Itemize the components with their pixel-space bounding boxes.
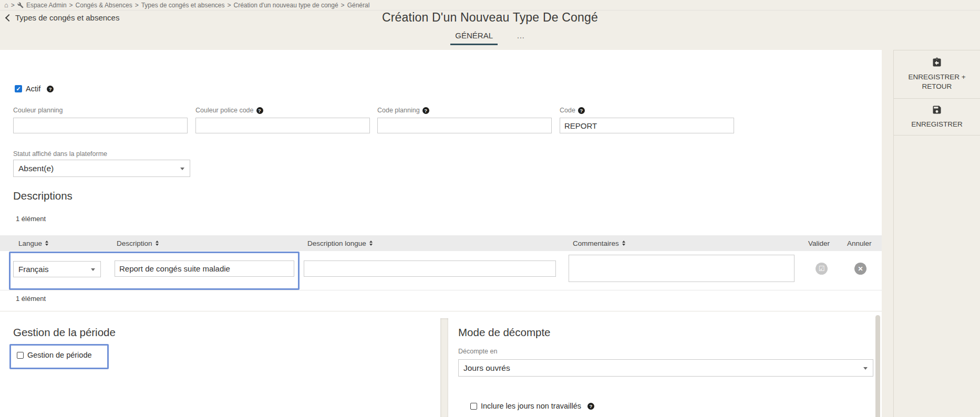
statut-label-text: Statut affiché dans la plateforme bbox=[13, 150, 107, 158]
gestion-periode-label: Gestion de période bbox=[27, 351, 92, 359]
decompte-en-label-text: Décompte en bbox=[458, 348, 497, 355]
descriptions-count-bottom: 1 élément bbox=[16, 295, 46, 303]
table-bottom-border bbox=[0, 290, 882, 290]
code-planning-label: Code planning bbox=[377, 107, 429, 114]
chevron-down-icon bbox=[863, 367, 868, 370]
couleur-planning-input[interactable] bbox=[13, 118, 188, 133]
breadcrumb-item-espace-admin[interactable]: Espace Admin bbox=[26, 2, 67, 9]
column-header-description[interactable]: Description bbox=[117, 235, 159, 251]
save-return-button[interactable]: ENREGISTRER + RETOUR bbox=[894, 50, 980, 99]
save-return-button-label: ENREGISTRER + RETOUR bbox=[894, 72, 980, 91]
couleur-police-code-help-icon[interactable] bbox=[256, 107, 263, 114]
save-button-label: ENREGISTRER bbox=[908, 120, 966, 129]
decompte-en-label: Décompte en bbox=[458, 348, 497, 355]
decompte-en-select-value: Jours ouvrés bbox=[463, 363, 510, 373]
statut-label: Statut affiché dans la plateforme bbox=[13, 150, 107, 158]
description-input-value: Report de congés suite maladie bbox=[119, 264, 230, 273]
breadcrumb: > Espace Admin > Congés & Absences > Typ… bbox=[0, 0, 980, 11]
chevron-down-icon bbox=[91, 268, 95, 271]
code-planning-label-text: Code planning bbox=[377, 107, 420, 114]
couleur-police-code-label: Couleur police code bbox=[195, 107, 263, 114]
column-header-valider-text: Valider bbox=[808, 239, 830, 247]
code-label: Code bbox=[560, 107, 585, 114]
periode-section-title: Gestion de la période bbox=[13, 326, 116, 339]
column-header-valider: Valider bbox=[808, 235, 830, 251]
breadcrumb-item-general[interactable]: Général bbox=[347, 2, 370, 9]
breadcrumb-item-types-conges[interactable]: Types de congés et absences bbox=[141, 2, 225, 9]
tab-general[interactable]: GÉNÉRAL bbox=[450, 29, 498, 45]
column-header-commentaires-text: Commentaires bbox=[573, 239, 619, 247]
save-button[interactable]: ENREGISTRER bbox=[894, 99, 980, 135]
breadcrumb-item-creation[interactable]: Création d'un nouveau type de congé bbox=[234, 2, 338, 9]
chevron-down-icon bbox=[180, 168, 184, 170]
column-header-langue[interactable]: Langue bbox=[18, 235, 48, 251]
breadcrumb-separator: > bbox=[227, 2, 231, 9]
save-icon bbox=[932, 105, 942, 115]
panel-gap-divider bbox=[440, 318, 448, 417]
code-input[interactable]: REPORT bbox=[560, 118, 734, 133]
breadcrumb-item-conges-absences[interactable]: Congés & Absences bbox=[76, 2, 132, 9]
breadcrumb-separator: > bbox=[11, 2, 15, 9]
decompte-section-title: Mode de décompte bbox=[458, 326, 551, 339]
column-header-commentaires[interactable]: Commentaires bbox=[573, 235, 625, 251]
breadcrumb-separator: > bbox=[69, 2, 73, 9]
inclure-jours-checkbox-row: Inclure les jours non travaillés bbox=[470, 402, 594, 410]
sort-icon bbox=[156, 241, 159, 246]
sort-icon bbox=[45, 241, 48, 246]
tab-more[interactable]: ... bbox=[512, 29, 530, 45]
main-content: Actif Couleur planning Couleur police co… bbox=[0, 50, 882, 417]
descriptions-table-header: Langue Description Description longue Co… bbox=[0, 235, 882, 251]
breadcrumb-separator: > bbox=[341, 2, 345, 9]
code-planning-input[interactable] bbox=[377, 118, 552, 133]
inclure-jours-label: Inclure les jours non travaillés bbox=[481, 402, 581, 410]
column-header-annuler: Annuler bbox=[847, 235, 872, 251]
page-title: Création D'un Nouveau Type De Congé bbox=[0, 11, 980, 25]
statut-select-value: Absent(e) bbox=[18, 164, 54, 173]
column-header-annuler-text: Annuler bbox=[847, 239, 872, 247]
column-header-langue-text: Langue bbox=[18, 239, 42, 247]
section-divider bbox=[0, 311, 882, 311]
actif-checkbox-row: Actif bbox=[15, 85, 54, 93]
code-help-icon[interactable] bbox=[578, 107, 585, 114]
wrench-icon bbox=[17, 2, 24, 8]
couleur-planning-label-text: Couleur planning bbox=[13, 107, 63, 114]
description-input[interactable]: Report de congés suite maladie bbox=[115, 260, 294, 277]
column-header-description-text: Description bbox=[117, 239, 152, 247]
descriptions-title: Descriptions bbox=[13, 190, 73, 202]
langue-select-value: Français bbox=[18, 265, 49, 274]
actif-label: Actif bbox=[26, 85, 40, 93]
validate-icon[interactable] bbox=[816, 263, 828, 275]
code-value: REPORT bbox=[564, 121, 597, 130]
inclure-jours-help-icon[interactable] bbox=[587, 403, 594, 410]
tab-bar: GÉNÉRAL ... bbox=[0, 29, 980, 45]
langue-select[interactable]: Français bbox=[13, 261, 101, 277]
breadcrumb-separator: > bbox=[135, 2, 139, 9]
gestion-periode-checkbox[interactable] bbox=[17, 352, 24, 359]
scrollbar-thumb[interactable] bbox=[875, 315, 880, 417]
descriptions-count-top: 1 élément bbox=[16, 215, 46, 223]
column-header-description-longue[interactable]: Description longue bbox=[307, 235, 373, 251]
decompte-en-select[interactable]: Jours ouvrés bbox=[458, 359, 873, 377]
column-header-description-longue-text: Description longue bbox=[307, 239, 366, 247]
cancel-icon[interactable] bbox=[854, 263, 866, 275]
sort-icon bbox=[369, 241, 373, 246]
commentaires-textarea[interactable] bbox=[569, 255, 795, 282]
actif-checkbox[interactable] bbox=[15, 85, 22, 92]
inclure-jours-checkbox[interactable] bbox=[470, 403, 477, 410]
statut-select[interactable]: Absent(e) bbox=[13, 160, 190, 177]
save-return-icon bbox=[932, 57, 942, 68]
couleur-police-code-label-text: Couleur police code bbox=[195, 107, 254, 114]
couleur-police-code-input[interactable] bbox=[195, 118, 370, 133]
home-icon[interactable] bbox=[4, 1, 8, 9]
description-longue-input[interactable] bbox=[304, 260, 556, 277]
sort-icon bbox=[622, 241, 625, 246]
gestion-periode-checkbox-row: Gestion de période bbox=[17, 351, 92, 359]
code-planning-help-icon[interactable] bbox=[422, 107, 429, 114]
actif-help-icon[interactable] bbox=[47, 86, 54, 92]
couleur-planning-label: Couleur planning bbox=[13, 107, 63, 114]
code-label-text: Code bbox=[560, 107, 575, 114]
